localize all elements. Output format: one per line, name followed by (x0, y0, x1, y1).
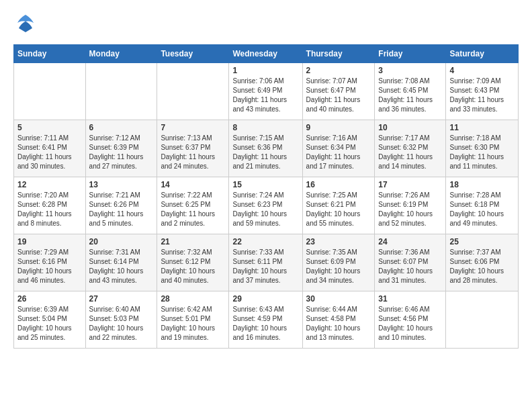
calendar-cell: 16Sunrise: 7:25 AMSunset: 6:21 PMDayligh… (302, 177, 375, 234)
day-number: 31 (378, 294, 442, 304)
day-info: Sunrise: 7:33 AMSunset: 6:11 PMDaylight:… (232, 248, 298, 285)
day-number: 27 (89, 294, 154, 304)
day-info: Sunrise: 7:21 AMSunset: 6:26 PMDaylight:… (89, 191, 154, 228)
weekday-header-sunday: Sunday (14, 45, 86, 63)
calendar-cell: 23Sunrise: 7:35 AMSunset: 6:09 PMDayligh… (302, 234, 375, 291)
day-info: Sunrise: 6:46 AMSunset: 4:56 PMDaylight:… (378, 305, 442, 342)
calendar-cell: 5Sunrise: 7:11 AMSunset: 6:41 PMDaylight… (14, 120, 86, 177)
day-number: 23 (306, 237, 371, 246)
day-number: 12 (17, 180, 82, 189)
day-number: 16 (306, 180, 371, 189)
weekday-header-row: SundayMondayTuesdayWednesdayThursdayFrid… (14, 45, 519, 63)
day-number: 5 (17, 123, 82, 132)
calendar-cell (85, 63, 157, 120)
day-info: Sunrise: 7:09 AMSunset: 6:43 PMDaylight:… (449, 77, 515, 114)
day-info: Sunrise: 7:26 AMSunset: 6:19 PMDaylight:… (378, 191, 442, 228)
day-number: 1 (232, 66, 298, 75)
day-info: Sunrise: 7:35 AMSunset: 6:09 PMDaylight:… (306, 248, 371, 285)
calendar-cell: 26Sunrise: 6:39 AMSunset: 5:04 PMDayligh… (14, 291, 86, 349)
day-number: 24 (378, 237, 442, 246)
day-info: Sunrise: 7:32 AMSunset: 6:12 PMDaylight:… (161, 248, 225, 285)
calendar-cell: 22Sunrise: 7:33 AMSunset: 6:11 PMDayligh… (229, 234, 302, 291)
calendar-week-5: 26Sunrise: 6:39 AMSunset: 5:04 PMDayligh… (14, 291, 519, 349)
calendar-cell: 4Sunrise: 7:09 AMSunset: 6:43 PMDaylight… (446, 63, 519, 120)
day-number: 30 (306, 294, 371, 304)
logo-bird-icon (16, 13, 35, 38)
day-info: Sunrise: 7:12 AMSunset: 6:39 PMDaylight:… (89, 134, 154, 171)
calendar-cell (157, 63, 229, 120)
calendar-week-2: 5Sunrise: 7:11 AMSunset: 6:41 PMDaylight… (14, 120, 519, 177)
day-info: Sunrise: 7:31 AMSunset: 6:14 PMDaylight:… (89, 248, 154, 285)
day-number: 20 (89, 237, 154, 246)
day-info: Sunrise: 6:44 AMSunset: 4:58 PMDaylight:… (306, 305, 371, 342)
calendar-week-3: 12Sunrise: 7:20 AMSunset: 6:28 PMDayligh… (14, 177, 519, 234)
day-number: 2 (306, 66, 371, 75)
day-info: Sunrise: 7:36 AMSunset: 6:07 PMDaylight:… (378, 248, 442, 285)
calendar-cell (446, 291, 519, 349)
day-info: Sunrise: 7:13 AMSunset: 6:37 PMDaylight:… (161, 134, 225, 171)
calendar-cell: 18Sunrise: 7:28 AMSunset: 6:18 PMDayligh… (446, 177, 519, 234)
day-number: 6 (89, 123, 154, 132)
day-info: Sunrise: 6:42 AMSunset: 5:01 PMDaylight:… (161, 305, 225, 342)
day-number: 15 (232, 180, 298, 189)
calendar-cell: 29Sunrise: 6:43 AMSunset: 4:59 PMDayligh… (229, 291, 302, 349)
calendar-cell: 12Sunrise: 7:20 AMSunset: 6:28 PMDayligh… (14, 177, 86, 234)
calendar-cell: 7Sunrise: 7:13 AMSunset: 6:37 PMDaylight… (157, 120, 229, 177)
calendar-cell: 8Sunrise: 7:15 AMSunset: 6:36 PMDaylight… (229, 120, 302, 177)
day-number: 4 (449, 66, 515, 75)
day-number: 3 (378, 66, 442, 75)
calendar-cell (14, 63, 86, 120)
day-number: 22 (232, 237, 298, 246)
calendar-cell: 25Sunrise: 7:37 AMSunset: 6:06 PMDayligh… (446, 234, 519, 291)
calendar-cell: 21Sunrise: 7:32 AMSunset: 6:12 PMDayligh… (157, 234, 229, 291)
calendar-cell: 2Sunrise: 7:07 AMSunset: 6:47 PMDaylight… (302, 63, 375, 120)
day-number: 19 (17, 237, 82, 246)
day-info: Sunrise: 7:16 AMSunset: 6:34 PMDaylight:… (306, 134, 371, 171)
calendar-cell: 10Sunrise: 7:17 AMSunset: 6:32 PMDayligh… (375, 120, 446, 177)
day-info: Sunrise: 7:18 AMSunset: 6:30 PMDaylight:… (449, 134, 515, 171)
calendar-week-1: 1Sunrise: 7:06 AMSunset: 6:49 PMDaylight… (14, 63, 519, 120)
day-info: Sunrise: 7:25 AMSunset: 6:21 PMDaylight:… (306, 191, 371, 228)
day-number: 11 (449, 123, 515, 132)
header-section (13, 13, 519, 38)
day-info: Sunrise: 7:15 AMSunset: 6:36 PMDaylight:… (232, 134, 298, 171)
calendar-cell: 15Sunrise: 7:24 AMSunset: 6:23 PMDayligh… (229, 177, 302, 234)
day-number: 26 (17, 294, 82, 304)
day-info: Sunrise: 7:06 AMSunset: 6:49 PMDaylight:… (232, 77, 298, 114)
day-info: Sunrise: 6:43 AMSunset: 4:59 PMDaylight:… (232, 305, 298, 342)
weekday-header-saturday: Saturday (446, 45, 519, 63)
calendar-cell: 28Sunrise: 6:42 AMSunset: 5:01 PMDayligh… (157, 291, 229, 349)
day-info: Sunrise: 7:37 AMSunset: 6:06 PMDaylight:… (449, 248, 515, 285)
day-number: 18 (449, 180, 515, 189)
calendar-cell: 3Sunrise: 7:08 AMSunset: 6:45 PMDaylight… (375, 63, 446, 120)
calendar-cell: 19Sunrise: 7:29 AMSunset: 6:16 PMDayligh… (14, 234, 86, 291)
day-number: 9 (306, 123, 371, 132)
day-number: 25 (449, 237, 515, 246)
day-number: 29 (232, 294, 298, 304)
day-info: Sunrise: 6:40 AMSunset: 5:03 PMDaylight:… (89, 305, 154, 342)
calendar-cell: 6Sunrise: 7:12 AMSunset: 6:39 PMDaylight… (85, 120, 157, 177)
calendar-cell: 14Sunrise: 7:22 AMSunset: 6:25 PMDayligh… (157, 177, 229, 234)
day-info: Sunrise: 7:29 AMSunset: 6:16 PMDaylight:… (17, 248, 82, 285)
weekday-header-monday: Monday (85, 45, 157, 63)
calendar-cell: 20Sunrise: 7:31 AMSunset: 6:14 PMDayligh… (85, 234, 157, 291)
day-number: 10 (378, 123, 442, 132)
calendar-cell: 17Sunrise: 7:26 AMSunset: 6:19 PMDayligh… (375, 177, 446, 234)
day-info: Sunrise: 7:17 AMSunset: 6:32 PMDaylight:… (378, 134, 442, 171)
day-number: 21 (161, 237, 225, 246)
day-info: Sunrise: 7:11 AMSunset: 6:41 PMDaylight:… (17, 134, 82, 171)
day-number: 13 (89, 180, 154, 189)
day-number: 8 (232, 123, 298, 132)
calendar-table: SundayMondayTuesdayWednesdayThursdayFrid… (13, 44, 519, 349)
calendar-cell: 11Sunrise: 7:18 AMSunset: 6:30 PMDayligh… (446, 120, 519, 177)
calendar-cell: 1Sunrise: 7:06 AMSunset: 6:49 PMDaylight… (229, 63, 302, 120)
day-number: 17 (378, 180, 442, 189)
weekday-header-thursday: Thursday (302, 45, 375, 63)
day-info: Sunrise: 7:28 AMSunset: 6:18 PMDaylight:… (449, 191, 515, 228)
calendar-cell: 31Sunrise: 6:46 AMSunset: 4:56 PMDayligh… (375, 291, 446, 349)
weekday-header-wednesday: Wednesday (229, 45, 302, 63)
weekday-header-tuesday: Tuesday (157, 45, 229, 63)
logo (13, 13, 35, 38)
calendar-cell: 9Sunrise: 7:16 AMSunset: 6:34 PMDaylight… (302, 120, 375, 177)
day-info: Sunrise: 7:24 AMSunset: 6:23 PMDaylight:… (232, 191, 298, 228)
